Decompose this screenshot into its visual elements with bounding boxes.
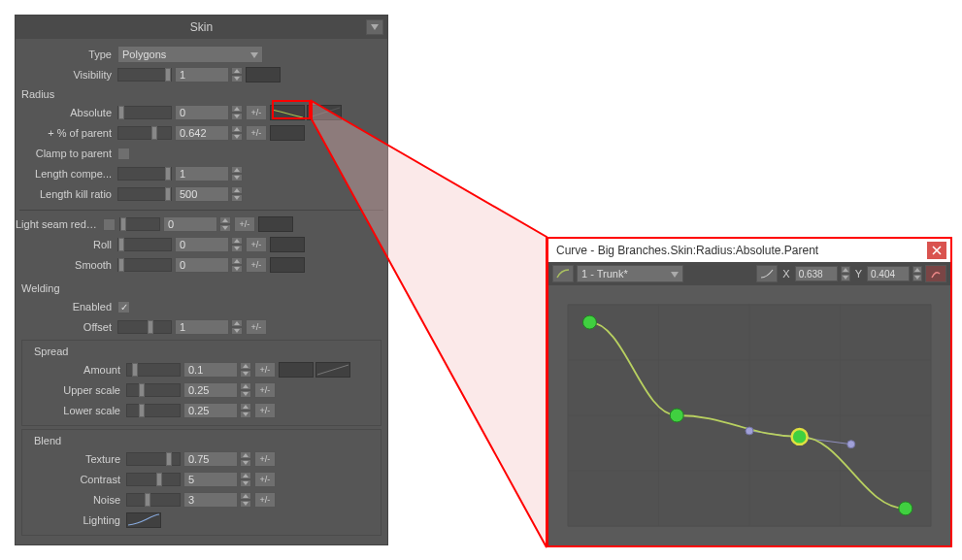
upper-slider[interactable]: [126, 383, 181, 397]
curve-canvas[interactable]: [548, 285, 950, 545]
curve-preset-icon[interactable]: [756, 265, 778, 282]
enabled-checkbox[interactable]: ✓: [117, 301, 130, 313]
contrast-slider[interactable]: [126, 473, 181, 486]
noise-slider[interactable]: [126, 493, 181, 507]
y-spin-up[interactable]: [912, 266, 922, 274]
absolute-variance-button[interactable]: +/-: [246, 105, 267, 120]
visibility-slider[interactable]: [117, 68, 172, 82]
len-comp-input[interactable]: [175, 166, 229, 181]
texture-slider[interactable]: [126, 452, 181, 466]
pct-parent-curve-thumb[interactable]: [270, 125, 305, 141]
panel-menu-button[interactable]: [366, 19, 383, 35]
svg-marker-25: [243, 412, 249, 416]
curve-editor-titlebar[interactable]: Curve - Big Branches.Skin:Radius:Absolut…: [548, 239, 950, 262]
amount-spinner[interactable]: [240, 362, 251, 378]
amount-curve-thumb[interactable]: [279, 362, 314, 378]
offset-spinner[interactable]: [231, 319, 243, 335]
roll-variance-button[interactable]: +/-: [246, 237, 267, 252]
pct-parent-variance-button[interactable]: +/-: [246, 125, 267, 141]
roll-input[interactable]: [175, 237, 229, 252]
noise-spinner[interactable]: [240, 492, 251, 508]
contrast-variance-button[interactable]: +/-: [254, 472, 276, 487]
absolute-spinner[interactable]: [231, 105, 243, 120]
x-spin-down[interactable]: [841, 274, 850, 281]
visibility-label: Visibility: [16, 69, 117, 81]
upper-spinner[interactable]: [240, 382, 251, 398]
svg-marker-7: [234, 135, 240, 139]
curve-mode-icon[interactable]: [552, 265, 574, 282]
len-kill-input[interactable]: [175, 186, 229, 202]
amount-slider[interactable]: [126, 363, 181, 377]
texture-spinner[interactable]: [240, 451, 251, 467]
light-seam-curve-thumb[interactable]: [258, 216, 293, 232]
y-input[interactable]: [867, 266, 910, 281]
svg-marker-12: [222, 218, 228, 222]
smooth-spinner[interactable]: [231, 257, 243, 273]
len-kill-spinner[interactable]: [231, 186, 243, 202]
visibility-input[interactable]: [175, 67, 229, 82]
upper-variance-button[interactable]: +/-: [254, 382, 276, 398]
visibility-spinner[interactable]: [231, 67, 243, 82]
roll-curve-thumb[interactable]: [270, 237, 305, 252]
texture-input[interactable]: [183, 451, 238, 467]
light-seam-slider[interactable]: [119, 217, 160, 231]
lower-slider[interactable]: [126, 404, 181, 417]
noise-input[interactable]: [183, 492, 238, 508]
y-spin-down[interactable]: [912, 274, 922, 281]
lower-variance-button[interactable]: +/-: [254, 403, 276, 418]
lower-input[interactable]: [183, 403, 238, 418]
type-label: Type: [16, 49, 117, 60]
noise-variance-button[interactable]: +/-: [254, 492, 276, 508]
texture-variance-button[interactable]: +/-: [254, 451, 276, 467]
svg-marker-35: [843, 276, 848, 280]
amount-input[interactable]: [183, 362, 238, 378]
type-dropdown[interactable]: Polygons: [117, 46, 263, 63]
svg-point-55: [899, 502, 912, 515]
contrast-spinner[interactable]: [240, 472, 251, 487]
absolute-curve-thumb-2[interactable]: [307, 105, 342, 120]
lighting-curve-thumb[interactable]: [126, 512, 161, 528]
offset-slider[interactable]: [117, 320, 172, 334]
amount-variance-button[interactable]: +/-: [254, 362, 276, 378]
parent-dropdown[interactable]: 1 - Trunk*: [577, 265, 683, 282]
pct-parent-input[interactable]: [175, 125, 229, 141]
smooth-input[interactable]: [175, 257, 229, 273]
pct-parent-slider[interactable]: [117, 126, 172, 140]
light-seam-spinner[interactable]: [219, 216, 231, 232]
roll-spinner[interactable]: [231, 237, 243, 252]
roll-slider[interactable]: [117, 238, 172, 251]
smooth-slider[interactable]: [117, 258, 172, 272]
len-comp-spinner[interactable]: [231, 166, 243, 181]
panel-title: Skin: [190, 20, 213, 34]
light-seam-variance-button[interactable]: +/-: [234, 216, 255, 232]
pct-parent-spinner[interactable]: [231, 125, 243, 141]
len-kill-slider[interactable]: [117, 187, 172, 201]
blend-subpanel: Blend Texture +/- Contrast +/- Noise: [21, 429, 381, 536]
svg-marker-37: [914, 276, 920, 280]
upper-input[interactable]: [183, 382, 238, 398]
len-kill-label: Length kill ratio: [16, 188, 117, 200]
x-input[interactable]: [795, 266, 838, 281]
svg-marker-0: [371, 24, 379, 30]
curve-editor-window: Curve - Big Branches.Skin:Radius:Absolut…: [547, 237, 952, 547]
svg-marker-10: [234, 188, 240, 192]
x-spin-up[interactable]: [841, 266, 850, 274]
svg-marker-21: [243, 372, 249, 376]
close-button[interactable]: [927, 242, 946, 259]
contrast-input[interactable]: [183, 472, 238, 487]
offset-variance-button[interactable]: +/-: [246, 319, 267, 335]
light-seam-checkbox[interactable]: [103, 218, 116, 231]
absolute-slider[interactable]: [117, 106, 172, 119]
svg-marker-11: [234, 196, 240, 200]
smooth-variance-button[interactable]: +/-: [246, 257, 267, 273]
clamp-checkbox[interactable]: [117, 148, 130, 160]
smooth-curve-thumb[interactable]: [270, 257, 305, 273]
lower-spinner[interactable]: [240, 403, 251, 418]
absolute-input[interactable]: [175, 105, 229, 120]
offset-input[interactable]: [175, 319, 229, 335]
visibility-curve-thumb[interactable]: [246, 67, 281, 82]
light-seam-input[interactable]: [163, 216, 217, 232]
len-comp-slider[interactable]: [117, 167, 172, 181]
curve-record-icon[interactable]: [925, 265, 946, 282]
amount-curve-thumb-2[interactable]: [315, 362, 350, 378]
